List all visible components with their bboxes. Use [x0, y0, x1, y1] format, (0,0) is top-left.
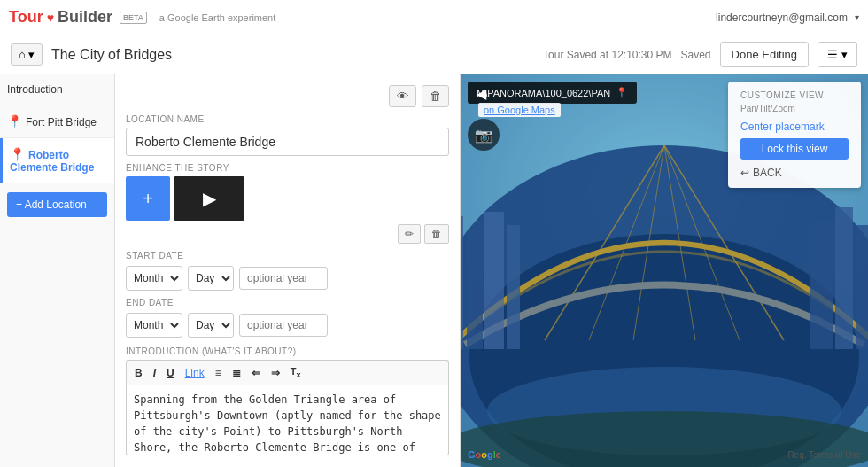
- sidebar-pin-icon: 📍: [7, 114, 22, 128]
- tooltip-pin-icon: 📍: [616, 87, 628, 98]
- save-status: Tour Saved at 12:10:30 PM: [543, 49, 671, 61]
- home-icon: ⌂: [19, 48, 26, 61]
- saved-label: Saved: [681, 49, 711, 61]
- back-button[interactable]: ↩ BACK: [740, 167, 782, 179]
- location-name-label: LOCATION NAME: [126, 114, 449, 124]
- logo-tour: Tour: [9, 8, 43, 27]
- panel-header-icons: 👁 🗑: [126, 85, 449, 107]
- end-year-input[interactable]: [239, 314, 328, 337]
- beta-badge: BETA: [120, 12, 147, 24]
- google-earth-text: a Google Earth experiment: [159, 12, 275, 23]
- start-year-input[interactable]: [239, 267, 328, 290]
- sidebar-item-label: Fort Pitt Bridge: [26, 116, 97, 128]
- start-day-select[interactable]: Day: [188, 266, 234, 291]
- logo-pin: ♥: [47, 11, 54, 25]
- start-month-select[interactable]: Month: [126, 266, 182, 291]
- done-editing-button[interactable]: Done Editing: [720, 42, 809, 67]
- map-area: M\PANORAMA\100_0622\PAN 📍 ◀ on Google Ma…: [461, 74, 868, 467]
- add-media-button[interactable]: +: [126, 176, 170, 221]
- main-layout: Introduction 📍Fort Pitt Bridge 📍Roberto …: [0, 74, 868, 467]
- start-date-label: START DATE: [126, 251, 449, 261]
- edit-media-button[interactable]: ✏: [398, 224, 421, 244]
- user-email: lindercourtneyn@gmail.com: [716, 12, 848, 24]
- top-bar: Tour ♥ Builder BETA a Google Earth exper…: [0, 0, 868, 35]
- ordered-list-button[interactable]: ≣: [228, 365, 245, 381]
- hamburger-menu-button[interactable]: ☰ ▾: [818, 42, 857, 67]
- clear-format-button[interactable]: Tx: [286, 364, 306, 381]
- sidebar-item-label: Introduction: [7, 83, 63, 96]
- intro-label: INTRODUCTION (WHAT'S IT ABOUT?): [126, 346, 449, 356]
- enhance-story-label: ENHANCE THE STORY: [126, 163, 449, 173]
- start-date-row: Month Day: [126, 266, 449, 291]
- hamburger-dropdown-icon: ▾: [841, 48, 848, 61]
- left-sidebar: Introduction 📍Fort Pitt Bridge 📍Roberto …: [0, 74, 115, 467]
- title-bar-right: Tour Saved at 12:10:30 PM Saved Done Edi…: [543, 42, 857, 67]
- end-day-select[interactable]: Day: [188, 313, 234, 338]
- link-button[interactable]: Link: [181, 365, 209, 381]
- lock-view-button[interactable]: Lock this view: [740, 138, 849, 160]
- customize-subtitle: Pan/Tilt/Zoom: [740, 104, 849, 113]
- add-location-button[interactable]: + Add Location: [7, 192, 107, 217]
- customize-view-panel: CUSTOMIZE VIEW Pan/Tilt/Zoom Center plac…: [728, 82, 861, 188]
- location-name-input[interactable]: [126, 128, 449, 156]
- back-label: BACK: [753, 167, 782, 179]
- sidebar-item-introduction[interactable]: Introduction: [0, 74, 114, 105]
- center-placemark-link[interactable]: Center placemark: [740, 121, 849, 133]
- italic-button[interactable]: I: [149, 365, 160, 381]
- text-toolbar: B I U Link ≡ ≣ ⇐ ⇒ Tx: [126, 360, 449, 385]
- trash-icon-button[interactable]: 🗑: [422, 85, 449, 107]
- logo-area: Tour ♥ Builder BETA a Google Earth exper…: [9, 8, 275, 27]
- end-date-label: END DATE: [126, 298, 449, 307]
- logo-builder: Builder: [58, 8, 112, 27]
- path-text: M\PANORAMA\100_0622\PAN: [477, 88, 610, 98]
- sidebar-item-fort-pitt[interactable]: 📍Fort Pitt Bridge: [0, 105, 114, 138]
- hamburger-icon: ☰: [827, 48, 838, 61]
- tour-title: The City of Bridges: [51, 47, 534, 63]
- play-icon: ▶: [203, 188, 216, 209]
- home-dropdown-icon: ▾: [28, 48, 35, 61]
- indent-more-button[interactable]: ⇒: [267, 365, 284, 381]
- google-logo: Google: [468, 449, 501, 460]
- delete-media-button[interactable]: 🗑: [424, 224, 449, 244]
- sidebar-item-roberto-clemente[interactable]: 📍Roberto Clemente Bridge: [0, 138, 114, 183]
- top-bar-right: lindercourtneyn@gmail.com ▾: [716, 12, 859, 24]
- underline-button[interactable]: U: [162, 365, 179, 381]
- middle-panel: 👁 🗑 LOCATION NAME ENHANCE THE STORY + ▶ …: [115, 74, 461, 467]
- media-thumbnail[interactable]: ▶: [174, 176, 244, 221]
- sidebar-pin-active-icon: 📍: [10, 147, 25, 161]
- intro-textarea[interactable]: Spanning from the Golden Triangle area o…: [126, 385, 449, 455]
- unordered-list-button[interactable]: ≡: [211, 365, 226, 381]
- media-thumbnails: + ▶: [126, 176, 449, 221]
- back-arrow-icon: ↩: [740, 167, 749, 179]
- back-arrow-button[interactable]: ◀: [468, 82, 495, 106]
- end-date-row: Month Day: [126, 313, 449, 338]
- eye-icon-button[interactable]: 👁: [389, 85, 416, 107]
- media-actions: ✏ 🗑: [126, 224, 449, 244]
- camera-icon: 📷: [475, 127, 492, 144]
- user-dropdown-arrow[interactable]: ▾: [855, 12, 859, 22]
- indent-less-button[interactable]: ⇐: [247, 365, 265, 381]
- end-month-select[interactable]: Month: [126, 313, 182, 338]
- terms-of-use-link[interactable]: Req. Terms of Use: [787, 450, 861, 460]
- camera-icon-button[interactable]: 📷: [468, 119, 500, 151]
- title-bar: ⌂ ▾ The City of Bridges Tour Saved at 12…: [0, 35, 868, 74]
- home-button[interactable]: ⌂ ▾: [11, 43, 43, 66]
- bold-button[interactable]: B: [130, 365, 147, 381]
- customize-title: CUSTOMIZE VIEW: [740, 90, 849, 100]
